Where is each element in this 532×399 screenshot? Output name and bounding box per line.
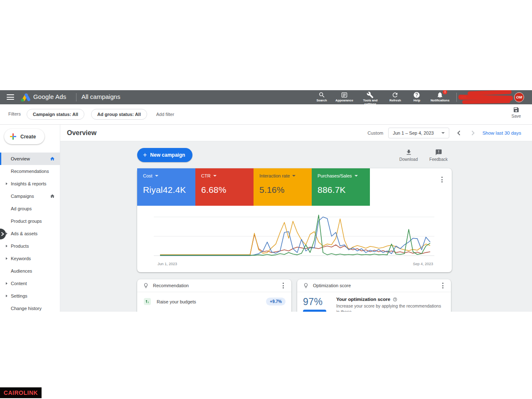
- feedback-icon: [435, 149, 442, 156]
- filter-chip-campaign-status[interactable]: Campaign status: All: [27, 109, 84, 120]
- sidebar-item-label: Change history: [11, 306, 42, 311]
- sidebar-item[interactable]: Settings: [0, 290, 60, 302]
- overview-card: Cost Riyal42.4K CTR 6.68%: [137, 168, 452, 272]
- google-ads-logo-icon: [20, 92, 31, 102]
- page-header: Overview Custom Jun 1 – Sep 4, 2023 Show…: [60, 125, 532, 141]
- sidebar-item-label: Recommendations: [11, 169, 49, 174]
- sidebar-item[interactable]: Content: [0, 277, 60, 290]
- optimization-card-header: Optimization score: [297, 279, 451, 292]
- next-period-button[interactable]: [468, 128, 478, 138]
- brand-title: Google Ads: [33, 93, 66, 100]
- recommendation-menu-icon[interactable]: [281, 281, 286, 290]
- expand-caret-icon: [6, 295, 7, 297]
- topbar-action-label: Help: [414, 99, 420, 103]
- sidebar-item[interactable]: Insights & reports: [0, 177, 60, 190]
- sidebar-item[interactable]: Change history: [0, 302, 60, 312]
- expand-caret-icon: [6, 282, 7, 285]
- sidebar-item[interactable]: Audiences: [0, 265, 60, 277]
- help-circle-icon[interactable]: [393, 297, 397, 302]
- sidebar-item[interactable]: Ads & assets: [0, 227, 60, 240]
- overview-card-menu-icon[interactable]: [440, 175, 444, 184]
- page-title: Overview: [67, 129, 96, 137]
- topbar-action-icon: [341, 91, 348, 99]
- feedback-button[interactable]: Feedback: [427, 149, 450, 162]
- topbar-action[interactable]: Refresh: [384, 90, 406, 104]
- optimization-heading: Your optimization score: [336, 297, 390, 302]
- metric-value: 5.16%: [259, 185, 312, 195]
- save-button[interactable]: Save: [508, 106, 525, 118]
- topbar-action[interactable]: Search: [311, 90, 332, 104]
- section-title: All campaigns: [81, 93, 120, 100]
- metric-card[interactable]: Cost Riyal42.4K: [137, 168, 195, 206]
- sidebar-item-label: Insights & reports: [11, 181, 47, 186]
- account-divider: [456, 93, 457, 102]
- sidebar-item-label: Campaigns: [11, 194, 34, 199]
- sidebar-item-label: Overview: [11, 156, 30, 161]
- download-button[interactable]: Download: [397, 149, 420, 162]
- lightbulb-icon: [303, 283, 309, 288]
- redaction-scribble: [462, 99, 510, 104]
- budget-trend-icon: [144, 298, 151, 305]
- sidebar-item[interactable]: Overview: [0, 153, 60, 165]
- sidebar-item[interactable]: Product groups: [0, 215, 60, 227]
- sidebar-item[interactable]: Ad groups: [0, 202, 60, 215]
- dropdown-caret-icon: [441, 132, 445, 134]
- metric-value: 886.7K: [318, 185, 370, 195]
- recommendation-label: Raise your budgets: [157, 299, 196, 304]
- chart-series-purchases-sales: [160, 215, 430, 255]
- home-icon: [50, 156, 55, 161]
- custom-label: Custom: [367, 131, 383, 135]
- optimization-menu-icon[interactable]: [441, 281, 445, 290]
- topbar-action[interactable]: Help: [406, 90, 428, 104]
- topbar-action[interactable]: ! Notifications: [428, 90, 452, 104]
- recommendation-item[interactable]: Raise your budgets +9.7%: [137, 292, 291, 305]
- recommendation-card-title: Recommendation: [153, 283, 189, 288]
- topbar-action-icon: [413, 91, 420, 99]
- sidebar-item[interactable]: Keywords: [0, 252, 60, 265]
- metric-dropdown-caret-icon: [292, 175, 296, 177]
- show-last-30-days-link[interactable]: Show last 30 days: [483, 131, 521, 135]
- previous-period-button[interactable]: [454, 128, 463, 138]
- create-button[interactable]: Create: [4, 129, 44, 144]
- recommendation-card-header: Recommendation: [137, 279, 291, 292]
- topbar-action-label: Search: [316, 99, 327, 103]
- save-label: Save: [512, 114, 521, 118]
- recommendation-card: Recommendation Raise your budgets +9.7%: [137, 279, 291, 312]
- metric-card[interactable]: Purchases/Sales 886.7K: [312, 168, 370, 206]
- lightbulb-icon: [143, 283, 149, 288]
- x-axis-start-label: Jun 1, 2023: [158, 262, 177, 266]
- topbar-action-icon: [367, 91, 374, 99]
- sidebar: Create Overview Recommendations: [0, 125, 60, 312]
- sidebar-item-label: Ads & assets: [11, 231, 37, 236]
- add-filter-button[interactable]: Add filter: [156, 112, 174, 117]
- sidebar-item-label: Products: [11, 244, 29, 249]
- topbar-action-icon: [392, 91, 399, 99]
- sidebar-item[interactable]: Products: [0, 240, 60, 252]
- create-plus-icon: [10, 133, 16, 140]
- topbar-actions: Search Appearance Tools and settings: [311, 90, 452, 104]
- filter-chip-ad-group-status[interactable]: Ad group status: All: [91, 109, 147, 120]
- topbar-action-label: Appearance: [335, 99, 353, 103]
- expand-caret-icon: [6, 232, 7, 235]
- date-controls: Custom Jun 1 – Sep 4, 2023 Show last 30 …: [367, 128, 532, 138]
- sidebar-item[interactable]: Recommendations: [0, 165, 60, 177]
- topbar-action-label: Notifications: [431, 99, 449, 103]
- metric-card[interactable]: CTR 6.68%: [195, 168, 254, 206]
- chevron-right-icon: [1, 232, 4, 236]
- avatar[interactable]: OM: [514, 92, 524, 102]
- notification-badge: !: [443, 90, 447, 94]
- filter-chips: Campaign status: All Ad group status: Al…: [27, 109, 174, 120]
- new-campaign-button[interactable]: + New campaign: [137, 148, 192, 162]
- menu-icon[interactable]: [7, 94, 14, 100]
- metric-label: Cost: [143, 173, 153, 178]
- metric-dropdown-caret-icon: [155, 175, 158, 177]
- topbar-action[interactable]: Tools and settings: [356, 90, 384, 104]
- google-ads-app: Google Ads All campaigns Search Appearan…: [0, 90, 532, 312]
- date-range-picker[interactable]: Jun 1 – Sep 4, 2023: [388, 128, 449, 138]
- topbar-action[interactable]: Appearance: [332, 90, 356, 104]
- metric-value: Riyal42.4K: [143, 185, 195, 195]
- metric-card[interactable]: Interaction rate 5.16%: [254, 168, 312, 206]
- time-series-chart: [143, 212, 446, 261]
- sidebar-item[interactable]: Campaigns: [0, 190, 60, 202]
- performance-chart: Jun 1, 2023 Sep 4, 2023: [143, 212, 446, 266]
